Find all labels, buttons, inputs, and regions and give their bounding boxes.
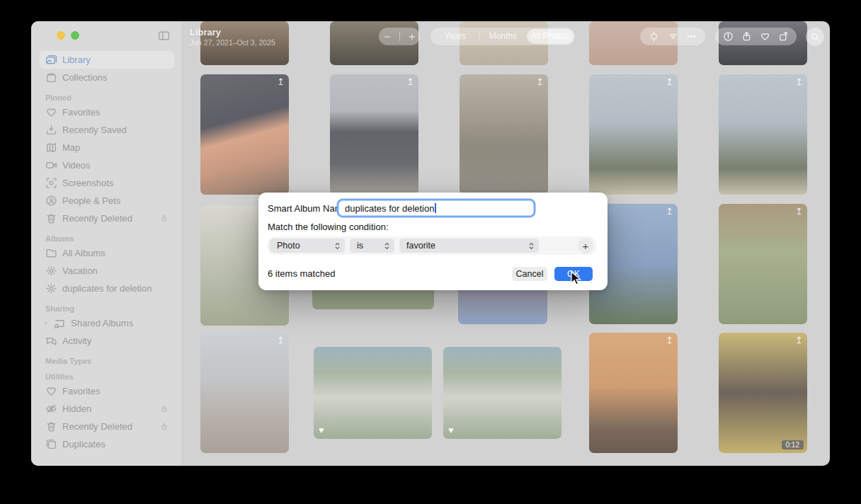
upload-status-icon: ↥: [666, 335, 673, 345]
sidebar-item-recently-saved[interactable]: Recently Saved: [40, 121, 174, 139]
sidebar-item-favorites[interactable]: Favorites: [40, 103, 174, 121]
add-condition-button[interactable]: +: [578, 238, 593, 253]
sidebar-item-screenshots[interactable]: Screenshots: [40, 174, 174, 192]
text-caret: [435, 203, 436, 213]
upload-status-icon: ↥: [795, 76, 803, 87]
rotate-icon[interactable]: [778, 31, 789, 42]
sidebar-item-vacation[interactable]: Vacation: [40, 262, 174, 280]
lock-icon: [160, 404, 169, 413]
sidebar-section-header: Pinned: [45, 93, 174, 102]
favorite-heart-icon[interactable]: [760, 31, 770, 42]
sidebar-item-shared-albums[interactable]: Shared Albums: [40, 314, 174, 332]
more-icon[interactable]: [686, 31, 697, 42]
upload-status-icon: ↥: [277, 76, 285, 87]
info-icon[interactable]: [723, 31, 734, 42]
smart-album-dialog: Smart Album Name: duplicates for deletio…: [258, 193, 608, 290]
search-icon: [810, 32, 821, 42]
upload-status-icon: ↥: [666, 206, 673, 217]
zoom-out-button[interactable]: [383, 33, 392, 41]
condition-operator-popup[interactable]: is: [350, 239, 394, 253]
smart-album-name-label: Smart Album Name:: [268, 203, 350, 214]
hidden-eye-icon: [45, 403, 57, 415]
photo-zebra-2[interactable]: ♥: [443, 347, 561, 439]
sidebar-item-label: Favorites: [62, 107, 100, 118]
tab-years[interactable]: Years: [432, 29, 479, 44]
favorited-heart-icon: ♥: [448, 425, 454, 435]
share-icon[interactable]: [741, 31, 752, 42]
gear-icon: [45, 282, 57, 294]
photo-mural-building[interactable]: ↥: [330, 74, 418, 195]
photo-zebra-dress-portrait[interactable]: ↥: [200, 333, 289, 453]
photo-city-sunset[interactable]: ↥: [589, 333, 678, 453]
sidebar-item-label: duplicates for deletion: [62, 283, 152, 294]
photo-cathedral[interactable]: ↥: [460, 74, 548, 195]
photo-zebra-1[interactable]: ♥: [314, 347, 432, 439]
condition-value-popup[interactable]: favorite: [399, 239, 539, 253]
sidebar-item-recently-deleted[interactable]: Recently Deleted: [40, 418, 174, 435]
cancel-button[interactable]: Cancel: [512, 267, 547, 281]
sidebar-item-activity[interactable]: Activity: [40, 332, 174, 350]
sidebar-toggle-icon[interactable]: [158, 30, 170, 42]
sidebar-item-label: People & Pets: [62, 195, 120, 206]
photo-cat-video[interactable]: ↥0:12: [719, 333, 807, 453]
aspect-zoom-icon[interactable]: [649, 31, 659, 42]
upload-status-icon: ↥: [795, 206, 803, 217]
photo-actions-group: [715, 28, 797, 45]
sidebar-item-duplicates-for-deletion[interactable]: duplicates for deletion: [40, 280, 174, 297]
condition-row: Photo is favorite +: [267, 236, 597, 255]
sidebar-item-people-pets[interactable]: People & Pets: [40, 192, 174, 210]
tab-all-photos[interactable]: All Photos: [527, 29, 574, 44]
upload-status-icon: ↥: [536, 76, 544, 87]
sidebar-section-header: Utilities: [45, 372, 174, 381]
sidebar-item-collections[interactable]: Collections: [40, 69, 174, 86]
sidebar-item-duplicates[interactable]: Duplicates: [40, 435, 174, 453]
sidebar: LibraryCollectionsPinnedFavoritesRecentl…: [31, 21, 181, 466]
smart-album-name-input[interactable]: duplicates for deletion: [338, 200, 534, 216]
sidebar-item-recently-deleted[interactable]: Recently Deleted: [40, 210, 174, 227]
sidebar-item-label: Library: [62, 55, 91, 65]
sidebar-item-label: Duplicates: [62, 439, 106, 449]
trash-icon: [45, 420, 57, 433]
chevron-right-icon[interactable]: [42, 320, 49, 326]
heart-icon: [45, 106, 57, 118]
fullscreen-button[interactable]: [71, 31, 79, 40]
tab-months[interactable]: Months: [479, 29, 526, 44]
map-icon: [45, 142, 57, 154]
zoom-in-button[interactable]: [408, 33, 416, 41]
sidebar-item-map[interactable]: Map: [40, 139, 174, 156]
photo-holiday-tree-2[interactable]: ↥: [719, 74, 807, 195]
heart-icon: [45, 385, 57, 397]
upload-status-icon: ↥: [666, 76, 673, 87]
collections-icon: [45, 71, 57, 84]
page-title: Library: [190, 27, 221, 38]
sidebar-item-favorites[interactable]: Favorites: [40, 382, 174, 400]
sidebar-item-videos[interactable]: Videos: [40, 156, 174, 174]
view-segmented-control: Years Months All Photos: [430, 28, 575, 45]
gear-icon: [45, 265, 57, 277]
condition-subject-popup[interactable]: Photo: [270, 239, 345, 253]
photos-library-icon: [45, 54, 57, 66]
sidebar-item-label: Activity: [62, 336, 91, 346]
albums-folder-icon: [45, 247, 57, 259]
photo-car-mirror-sunset[interactable]: ↥: [200, 74, 289, 195]
photo-holiday-tree-1[interactable]: ↥: [589, 74, 678, 195]
close-button[interactable]: [42, 31, 51, 40]
view-options-group: [640, 28, 705, 45]
photo-tire-swing[interactable]: ↥: [719, 204, 807, 324]
sidebar-item-label: Screenshots: [62, 178, 113, 188]
sidebar-item-label: Collections: [62, 72, 108, 83]
video-duration-badge: 0:12: [782, 440, 804, 449]
popup-value: favorite: [406, 241, 528, 251]
smart-album-name-value: duplicates for deletion: [345, 203, 434, 214]
sidebar-item-library[interactable]: Library: [40, 51, 174, 69]
sidebar-item-label: Vacation: [62, 265, 98, 276]
filter-icon[interactable]: [668, 31, 678, 42]
sidebar-item-hidden[interactable]: Hidden: [40, 400, 174, 418]
search-button[interactable]: [806, 28, 824, 46]
minimize-button[interactable]: [57, 31, 65, 40]
upload-status-icon: ↥: [277, 335, 285, 345]
sidebar-item-label: Shared Albums: [71, 318, 133, 328]
sidebar-item-all-albums[interactable]: All Albums: [40, 244, 174, 262]
sidebar-item-label: All Albums: [62, 248, 106, 258]
people-icon: [45, 195, 57, 207]
